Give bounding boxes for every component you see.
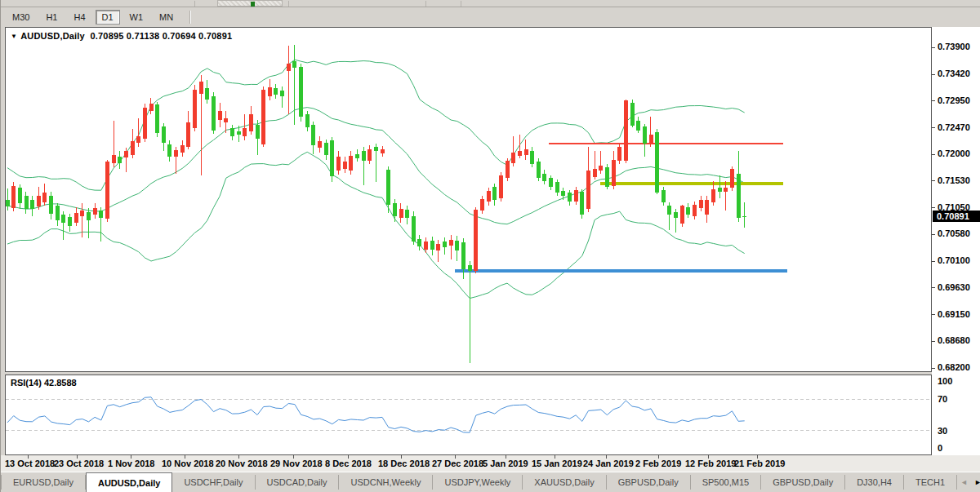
tab-scroll-arrows: ◄ ► <box>957 472 980 492</box>
rsi-label: RSI(14) 42.8588 <box>11 378 77 388</box>
price-axis-label: 0.71530 <box>938 175 970 186</box>
price-axis-label: 0.69150 <box>938 309 970 320</box>
timeframe-button-h1[interactable]: H1 <box>39 10 64 24</box>
mt4-window: M30 H1 H4 D1 W1 MN ▼AUDUSD,Daily 0.70895… <box>0 0 980 492</box>
price-axis-label: 0.69630 <box>938 282 970 293</box>
date-axis-label: 8 Dec 2018 <box>325 459 372 468</box>
price-axis-label: 0.72950 <box>938 95 970 106</box>
tab-gbpusd-daily[interactable]: GBPUSD,Daily <box>607 475 691 490</box>
date-axis-label: 13 Oct 2018 <box>5 459 55 468</box>
price-axis-label: 0.68680 <box>938 335 970 346</box>
rsi-axis-label: 100 <box>938 376 952 387</box>
tab-usdcnh-weekly[interactable]: USDCNH,Weekly <box>339 475 433 490</box>
chart-tab-bar: EURUSD,DailyAUDUSD,DailyUSDCHF,DailyUSDC… <box>1 472 980 492</box>
tab-usdcad-daily[interactable]: USDCAD,Daily <box>256 475 340 490</box>
date-axis-label: 27 Dec 2018 <box>432 459 483 468</box>
tab-gbpusd-daily[interactable]: GBPUSD,Daily <box>761 475 845 490</box>
candlestick-chart[interactable] <box>6 28 931 371</box>
tab-usdchf-daily[interactable]: USDCHF,Daily <box>172 475 255 490</box>
date-axis-label: 15 Jan 2019 <box>532 459 582 468</box>
date-axis-label: 21 Feb 2019 <box>734 459 785 468</box>
date-axis-label: 10 Nov 2018 <box>162 459 214 468</box>
toolbar-button-partial[interactable] <box>217 0 283 7</box>
date-axis-label: 23 Oct 2018 <box>54 459 104 468</box>
date-axis-label: 2 Feb 2019 <box>635 459 681 468</box>
timeframe-button-m30[interactable]: M30 <box>6 10 36 24</box>
price-axis-label: 0.72470 <box>938 122 970 133</box>
date-axis-label: 20 Nov 2018 <box>216 459 268 468</box>
timeframe-button-mn[interactable]: MN <box>153 10 180 24</box>
date-axis-label: 18 Dec 2018 <box>378 459 430 468</box>
timeframe-button-h4[interactable]: H4 <box>67 10 91 24</box>
symbol-dropdown-icon[interactable]: ▼ <box>11 33 17 40</box>
tab-xauusd-daily[interactable]: XAUUSD,Daily <box>523 475 606 490</box>
date-axis-label: 12 Feb 2019 <box>685 459 736 468</box>
chart-symbol: AUDUSD,Daily <box>20 31 85 41</box>
date-axis-label: 24 Jan 2019 <box>583 459 634 468</box>
timeframe-button-w1[interactable]: W1 <box>123 10 150 24</box>
tab-audusd-daily[interactable]: AUDUSD,Daily <box>86 472 172 492</box>
date-axis[interactable]: 13 Oct 201823 Oct 20181 Nov 201810 Nov 2… <box>1 455 980 472</box>
price-axis-label: 0.68200 <box>938 362 970 373</box>
tab-sp500-m15[interactable]: SP500,M15 <box>691 475 761 490</box>
tab-scroll-left-icon[interactable]: ◄ <box>957 478 971 486</box>
price-axis-label: 0.72000 <box>938 148 970 159</box>
date-axis-label: 1 Nov 2018 <box>108 459 154 468</box>
rsi-axis-label: 70 <box>938 394 947 405</box>
chart-title: ▼AUDUSD,Daily 0.70895 0.71138 0.70694 0.… <box>11 31 232 41</box>
price-axis[interactable] <box>932 27 980 455</box>
rsi-axis-label: 30 <box>938 426 947 437</box>
top-toolbar-sliver <box>1 0 980 7</box>
price-axis-label: 0.73420 <box>938 69 970 79</box>
current-price-tag: 0.70891 <box>933 211 980 222</box>
tab-usdjpy-weekly[interactable]: USDJPY,Weekly <box>433 475 523 490</box>
tab-scroll-right-icon[interactable]: ► <box>971 478 980 486</box>
tab-tech1[interactable]: TECH1 <box>904 475 957 490</box>
rsi-chart[interactable] <box>6 375 931 454</box>
timeframe-toolbar: M30 H1 H4 D1 W1 MN <box>1 8 980 26</box>
tab-eurusd-daily[interactable]: EURUSD,Daily <box>2 475 86 490</box>
chart-ohlc-values: 0.70895 0.71138 0.70694 0.70891 <box>90 31 232 41</box>
price-axis-label: 0.70100 <box>938 255 970 266</box>
chart-icon-partial <box>251 2 255 7</box>
date-axis-label: 29 Nov 2018 <box>270 459 323 468</box>
price-axis-label: 0.73900 <box>938 42 970 52</box>
toolbar-separator <box>189 11 190 24</box>
price-axis-label: 0.70580 <box>938 228 970 239</box>
timeframe-button-d1[interactable]: D1 <box>96 10 120 24</box>
tab-dj30-h4[interactable]: DJ30,H4 <box>845 475 904 490</box>
rsi-axis-label: 0 <box>938 443 942 454</box>
date-axis-label: 5 Jan 2019 <box>483 459 528 468</box>
